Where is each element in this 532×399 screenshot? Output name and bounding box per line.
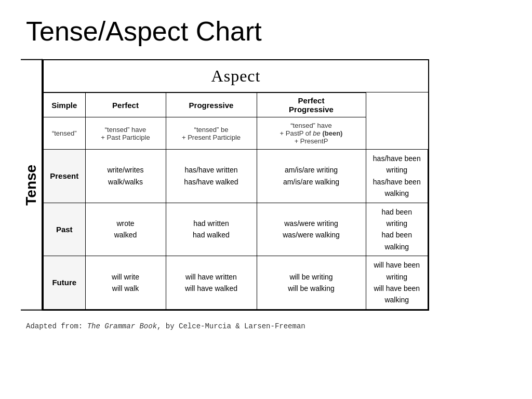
present-pp: has/have been writing has/have been walk… — [366, 150, 428, 203]
past-progressive: was/were writing was/were walking — [257, 203, 366, 256]
col-header-simple: Simple — [44, 93, 85, 117]
table-row-future: Future will write will walk will have wr… — [44, 256, 428, 310]
present-progressive: am/is/are writing am/is/are walking — [257, 150, 366, 203]
col-header-perfect-progressive: Perfect Progressive — [257, 93, 366, 117]
past-simple: wrote walked — [85, 203, 166, 256]
table-row-past: Past wrote walked had written had walked — [44, 203, 428, 256]
footnote: Adapted from: The Grammar Book, by Celce… — [26, 322, 305, 330]
subheader-progressive: “tensed” be + Present Participle — [166, 117, 257, 150]
subheader-pp: “tensed” have + PastP of be (been) + Pre… — [257, 117, 366, 150]
subheader-perfect: “tensed” have + Past Participle — [85, 117, 166, 150]
present-label: Present — [44, 150, 85, 203]
col-header-progressive: Progressive — [166, 93, 257, 117]
present-perfect: has/have written has/have walked — [166, 150, 257, 203]
table-row-present: Present write/writes walk/walks has/have… — [44, 150, 428, 203]
future-perfect: will have written will have walked — [166, 256, 257, 310]
col-header-perfect: Perfect — [85, 93, 166, 117]
past-perfect: had written had walked — [166, 203, 257, 256]
present-simple: write/writes walk/walks — [85, 150, 166, 203]
future-simple: will write will walk — [85, 256, 166, 310]
past-pp: had been writing had been walking — [366, 203, 428, 256]
past-label: Past — [44, 203, 85, 256]
future-label: Future — [44, 256, 85, 310]
aspect-header: Aspect — [44, 60, 428, 92]
page-title: Tense/Aspect Chart — [26, 16, 262, 47]
future-pp: will have been writing will have been wa… — [366, 256, 428, 310]
subheader-simple: “tensed” — [44, 117, 85, 150]
tense-side-label: Tense — [21, 59, 43, 311]
future-progressive: will be writing will be walking — [257, 256, 366, 310]
